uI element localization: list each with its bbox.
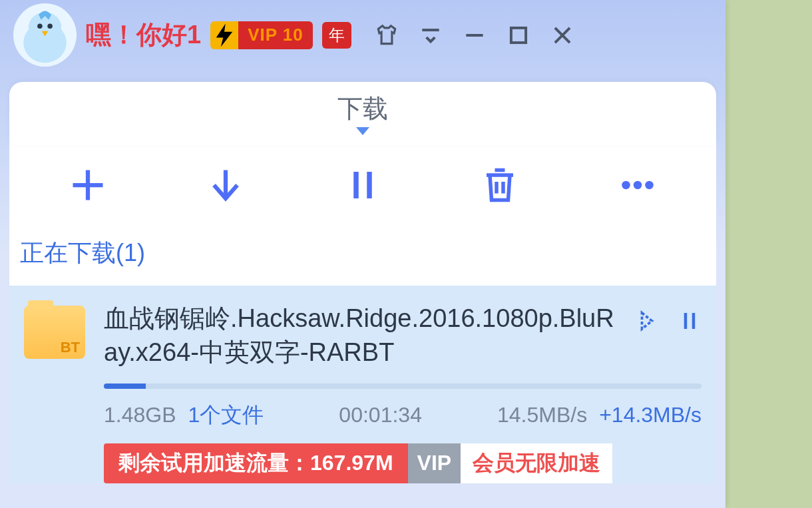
promo-trial-text: 剩余试用加速流量：167.97M [104,443,408,483]
minimize-icon[interactable] [462,23,487,48]
svg-point-1 [29,12,61,43]
bird-avatar-icon [13,3,77,67]
download-title: 血战钢锯岭.Hacksaw.Ridge.2016.1080p.BluRay.x2… [104,302,623,370]
titlebar: 嘿！你好1 VIP 10 年 [0,0,725,70]
pause-all-button[interactable] [343,165,383,205]
progress-bar-track [104,383,702,389]
menu-icon[interactable] [418,23,443,48]
bolt-icon [210,21,238,49]
promo-unlimited-button[interactable]: 会员无限加速 [461,443,612,483]
toolbar [9,145,716,225]
downloading-section-label: 正在下载(1) [9,225,716,286]
promo-vip-label: VIP [408,443,461,483]
svg-point-2 [37,23,43,29]
tab-downloads[interactable]: 下载 [337,92,388,135]
download-size: 1.48GB [104,403,176,427]
accelerate-button[interactable] [635,307,659,338]
tab-header: 下载 [9,82,716,145]
svg-rect-6 [511,27,526,42]
chevron-down-icon [356,127,369,135]
download-accel-speed: +14.3MB/s [599,403,702,427]
avatar[interactable] [13,3,77,67]
maximize-icon[interactable] [506,23,531,48]
more-button[interactable] [618,165,658,205]
svg-point-16 [622,181,630,190]
year-badge: 年 [322,22,351,49]
download-file-count[interactable]: 1个文件 [188,401,264,430]
bt-folder-icon: BT [24,306,85,359]
promo-banner: 剩余试用加速流量：167.97M VIP 会员无限加速 [104,443,702,483]
svg-point-3 [47,23,53,29]
download-stats: 1.48GB 1个文件 00:01:34 14.5MB/s +14.3MB/s [104,401,702,430]
skin-icon[interactable] [374,23,399,48]
pause-button[interactable] [678,307,702,338]
vip-level-text: VIP 10 [238,21,313,49]
delete-button[interactable] [480,165,520,205]
app-window: 嘿！你好1 VIP 10 年 [0,0,725,508]
download-body: 血战钢锯岭.Hacksaw.Ridge.2016.1080p.BluRay.x2… [104,302,702,483]
tab-label-text: 下载 [337,92,388,126]
download-time: 00:01:34 [339,403,422,427]
svg-point-17 [634,181,642,190]
greeting-text: 嘿！你好1 [86,18,201,52]
bt-tag-text: BT [61,339,80,356]
titlebar-controls [374,23,575,48]
vip-badge[interactable]: VIP 10 [210,21,313,49]
add-button[interactable] [68,165,108,205]
progress-bar-fill [104,383,146,389]
download-item[interactable]: BT 血战钢锯岭.Hacksaw.Ridge.2016.1080p.BluRay… [9,286,716,483]
download-actions [635,302,702,338]
download-speed: 14.5MB/s [497,403,587,427]
svg-point-18 [645,181,654,190]
close-icon[interactable] [550,23,575,48]
start-all-button[interactable] [206,165,246,205]
